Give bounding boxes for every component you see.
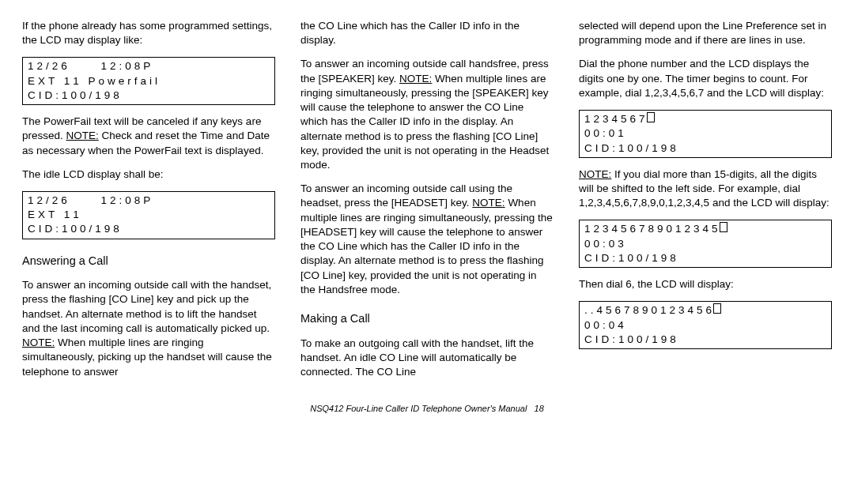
lcd-display-box: 12/26 12:08P EXT 11 CID:100/198 [22,191,275,239]
page-footer: NSQ412 Four-Line Caller ID Telephone Own… [22,403,832,415]
note-label: NOTE: [22,337,55,348]
note-label: NOTE: [66,130,99,141]
paragraph: To answer an incoming outside call with … [22,278,275,379]
column-3: selected will depend upon the Line Prefe… [579,19,832,389]
text: When multiple lines are ring­ing simulta… [22,337,272,377]
lcd-line: 00:03 [584,238,627,250]
column-2: the CO Line which has the Caller ID info… [300,19,554,389]
lcd-line: 12/26 12:08P [28,60,153,72]
lcd-line: 1234567 [584,113,648,125]
cursor-icon [647,112,655,122]
lcd-line: EXT 11 Powerfail [28,75,161,87]
text: When multiple lines are ringing simultan… [300,197,553,295]
text: When multiple lines are ringing simultan… [300,73,549,171]
footer-title: NSQ412 Four-Line Caller ID Telephone Own… [310,404,527,413]
lcd-line: ..4567890123456 [584,304,715,316]
cursor-icon [720,222,727,232]
column-1: If the phone already has some pro­gramme… [22,19,275,389]
paragraph: The idle LCD display shall be: [22,167,275,182]
lcd-line: 00:01 [584,127,627,139]
heading-making-call: Making a Call [300,311,554,327]
lcd-display-box: ..4567890123456 00:04 CID:100/198 [579,301,832,349]
lcd-display-box: 123456789012345 00:03 CID:100/198 [579,220,832,268]
page-number: 18 [535,404,544,413]
lcd-line: 00:04 [584,319,627,331]
cursor-icon [713,303,721,314]
lcd-line: CID:100/198 [584,333,679,345]
paragraph: If the phone already has some pro­gramme… [22,19,275,47]
paragraph: To answer an incoming outside call using… [300,182,554,297]
note-label: NOTE: [472,197,504,209]
lcd-line: CID:100/198 [584,252,679,264]
lcd-line: CID:100/198 [28,89,123,101]
lcd-line: 123456789012345 [584,223,721,235]
paragraph: To answer an incoming outside call hands… [300,57,554,172]
paragraph: Then dial 6, the LCD will display: [579,277,832,291]
lcd-display-box: 1234567 00:01 CID:100/198 [579,110,832,158]
lcd-line: EXT 11 [28,209,82,220]
paragraph: To make an outgoing call with the hand­s… [300,337,554,380]
three-column-layout: If the phone already has some pro­gramme… [22,19,832,389]
note-label: NOTE: [399,73,432,85]
text: To answer an incoming outside call with … [22,279,271,334]
lcd-line: CID:100/198 [28,223,123,235]
lcd-line: 12/26 12:08P [28,194,153,206]
text: If you dial more than 15-digits, all the… [579,168,829,209]
lcd-display-box: 12/26 12:08P EXT 11 Powerfail CID:100/19… [22,57,275,105]
paragraph: Dial the phone number and the LCD dis­pl… [579,57,832,100]
paragraph: the CO Line which has the Caller ID info… [300,19,554,47]
paragraph: The PowerFail text will be canceled if a… [22,115,275,158]
paragraph: selected will depend upon the Line Prefe… [579,19,832,47]
lcd-line: CID:100/198 [584,142,679,154]
note-label: NOTE: [579,168,611,180]
heading-answering-call: Answering a Call [22,254,275,269]
paragraph: NOTE: If you dial more than 15-digits, a… [579,167,832,211]
